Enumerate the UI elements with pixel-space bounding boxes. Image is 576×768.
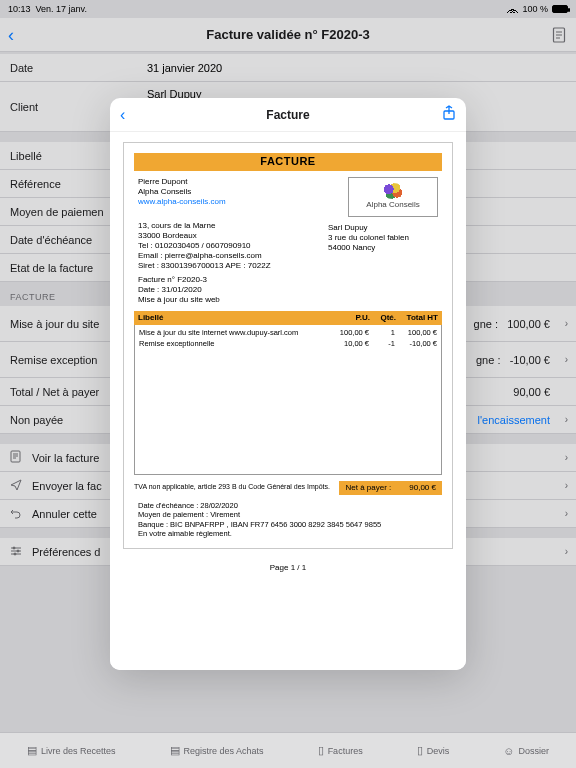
status-time: 10:13 [8,4,31,14]
chevron-right-icon: › [565,318,568,329]
action-send-label: Envoyer la fac [32,480,102,492]
table-row: Mise à jour du site internet www.dupuy-s… [139,327,437,338]
invoice-modal: ‹ Facture FACTURE Pierre Dupont Alpha Co… [110,98,466,670]
line2-amount: -10,00 € [510,354,550,366]
sender-block: Pierre Dupont Alpha Conseils www.alpha-c… [138,177,226,217]
send-icon [10,479,22,493]
tva-note-row: TVA non applicable, article 293 B du Cod… [134,481,442,495]
status-date: Ven. 17 janv. [36,4,87,14]
battery-pct: 100 % [522,4,548,14]
tab-devis[interactable]: ▯Devis [417,744,450,757]
chevron-right-icon: › [565,452,568,463]
sender-address: 13, cours de la Marne 33000 Bordeaux Tel… [138,221,271,271]
total-amount: 90,00 € [513,386,576,398]
company-logo: Alpha Conseils [348,177,438,217]
modal-back-button[interactable]: ‹ [120,106,125,124]
tab-achats[interactable]: ▤Registre des Achats [170,744,264,757]
quote-icon: ▯ [417,744,423,757]
action-prefs-label: Préférences d [32,546,100,558]
recipient-block: Sarl Dupuy 3 rue du colonel fabien 54000… [328,221,438,271]
date-label: Date [0,62,145,74]
invoice-sheet: FACTURE Pierre Dupont Alpha Conseils www… [123,142,453,549]
table-header: Libellé P.U. Qté. Total HT [134,311,442,325]
tab-factures[interactable]: ▯Factures [318,744,363,757]
undo-icon [10,507,22,521]
modal-title: Facture [266,108,309,122]
document-icon [10,450,22,465]
row-date: Date 31 janvier 2020 [0,54,576,82]
person-icon: ☺ [503,745,514,757]
net-to-pay: Net à payer : 90,00 € [339,481,442,495]
page-number: Page 1 / 1 [270,549,306,572]
tab-recettes[interactable]: ▤Livre des Recettes [27,744,116,757]
svg-point-3 [17,550,19,552]
invoice-title-band: FACTURE [134,153,442,171]
sender-website: www.alpha-conseils.com [138,197,226,207]
book-icon: ▤ [27,744,37,757]
ledger-icon: ▤ [170,744,180,757]
date-value: 31 janvier 2020 [145,62,576,74]
document-preview[interactable]: FACTURE Pierre Dupont Alpha Conseils www… [110,132,466,670]
table-row: Remise exceptionnelle 10,00 € -1 -10,00 … [139,338,437,349]
svg-point-4 [14,553,16,555]
line1-amount: 100,00 € [507,318,550,330]
tab-bar: ▤Livre des Recettes ▤Registre des Achats… [0,732,576,768]
status-link[interactable]: l'encaissement [478,414,576,426]
battery-icon [552,5,568,13]
chevron-right-icon: › [565,508,568,519]
status-bar: 10:13 Ven. 17 janv. 100 % [0,0,576,18]
chevron-right-icon: › [565,354,568,365]
chevron-right-icon: › [565,546,568,557]
table-body: Mise à jour du site internet www.dupuy-s… [134,325,442,475]
tab-dossier[interactable]: ☺Dossier [503,745,549,757]
document-icon[interactable] [552,27,566,47]
chevron-right-icon: › [565,480,568,491]
logo-graphic-icon [382,183,404,199]
share-button[interactable] [442,105,456,124]
action-cancel-label: Annuler cette [32,508,97,520]
invoice-footer: Date d'échéance : 28/02/2020 Moyen de pa… [124,495,452,549]
svg-point-2 [13,547,15,549]
sliders-icon [10,545,22,559]
back-button[interactable]: ‹ [8,25,14,46]
page-title: Facture validée n° F2020-3 [206,27,369,42]
action-view-label: Voir la facture [32,452,99,464]
invoice-meta: Facture n° F2020-3 Date : 31/01/2020 Mis… [124,271,452,305]
nav-bar: ‹ Facture validée n° F2020-3 [0,18,576,52]
chevron-right-icon: › [565,414,568,425]
invoice-icon: ▯ [318,744,324,757]
modal-nav: ‹ Facture [110,98,466,132]
wifi-icon [507,5,518,13]
